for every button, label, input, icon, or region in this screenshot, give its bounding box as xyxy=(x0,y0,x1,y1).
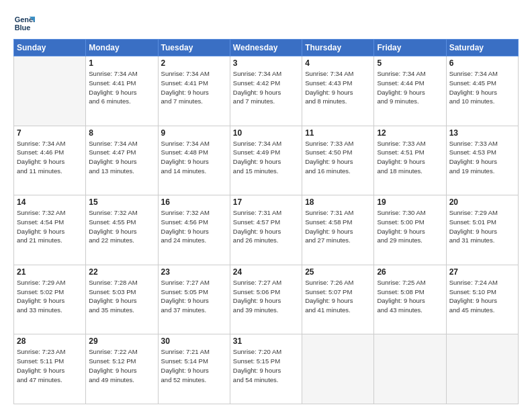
day-info: Sunrise: 7:30 AMSunset: 5:00 PMDaylight:… xyxy=(377,208,443,245)
calendar-cell: 3Sunrise: 7:34 AMSunset: 4:42 PMDaylight… xyxy=(230,56,302,126)
calendar-week-2: 7Sunrise: 7:34 AMSunset: 4:46 PMDaylight… xyxy=(14,126,519,195)
day-number: 1 xyxy=(89,58,154,68)
calendar-cell: 19Sunrise: 7:30 AMSunset: 5:00 PMDayligh… xyxy=(374,195,446,265)
day-info: Sunrise: 7:34 AMSunset: 4:47 PMDaylight:… xyxy=(89,139,154,176)
day-number: 24 xyxy=(233,267,299,277)
day-info: Sunrise: 7:27 AMSunset: 5:06 PMDaylight:… xyxy=(233,278,299,315)
day-header-wednesday: Wednesday xyxy=(230,40,302,56)
day-info: Sunrise: 7:32 AMSunset: 4:56 PMDaylight:… xyxy=(161,208,227,245)
calendar-week-3: 14Sunrise: 7:32 AMSunset: 4:54 PMDayligh… xyxy=(14,195,519,265)
day-info: Sunrise: 7:34 AMSunset: 4:48 PMDaylight:… xyxy=(161,139,227,176)
page: General Blue SundayMondayTuesdayWednesda… xyxy=(0,0,532,411)
calendar-cell: 11Sunrise: 7:33 AMSunset: 4:50 PMDayligh… xyxy=(302,126,374,195)
day-number: 29 xyxy=(89,336,154,346)
day-number: 10 xyxy=(233,128,299,138)
calendar-cell: 30Sunrise: 7:21 AMSunset: 5:14 PMDayligh… xyxy=(158,334,230,404)
calendar-cell xyxy=(446,334,518,404)
day-info: Sunrise: 7:32 AMSunset: 4:54 PMDaylight:… xyxy=(17,208,83,245)
calendar-cell: 23Sunrise: 7:27 AMSunset: 5:05 PMDayligh… xyxy=(158,265,230,334)
calendar-week-5: 28Sunrise: 7:23 AMSunset: 5:11 PMDayligh… xyxy=(14,334,519,404)
day-info: Sunrise: 7:24 AMSunset: 5:10 PMDaylight:… xyxy=(449,278,515,315)
calendar-cell: 15Sunrise: 7:32 AMSunset: 4:55 PMDayligh… xyxy=(86,195,158,265)
day-info: Sunrise: 7:31 AMSunset: 4:58 PMDaylight:… xyxy=(305,208,371,245)
day-info: Sunrise: 7:34 AMSunset: 4:44 PMDaylight:… xyxy=(377,69,443,106)
calendar-cell: 18Sunrise: 7:31 AMSunset: 4:58 PMDayligh… xyxy=(302,195,374,265)
calendar-week-4: 21Sunrise: 7:29 AMSunset: 5:02 PMDayligh… xyxy=(14,265,519,334)
calendar-week-1: 1Sunrise: 7:34 AMSunset: 4:41 PMDaylight… xyxy=(14,56,519,126)
day-info: Sunrise: 7:25 AMSunset: 5:08 PMDaylight:… xyxy=(377,278,443,315)
day-header-monday: Monday xyxy=(86,40,158,56)
calendar-cell: 12Sunrise: 7:33 AMSunset: 4:51 PMDayligh… xyxy=(374,126,446,195)
calendar-cell: 1Sunrise: 7:34 AMSunset: 4:41 PMDaylight… xyxy=(86,56,158,126)
calendar-cell: 14Sunrise: 7:32 AMSunset: 4:54 PMDayligh… xyxy=(14,195,86,265)
day-number: 16 xyxy=(161,197,227,207)
calendar-cell: 4Sunrise: 7:34 AMSunset: 4:43 PMDaylight… xyxy=(302,56,374,126)
day-number: 4 xyxy=(305,58,371,68)
calendar-cell: 29Sunrise: 7:22 AMSunset: 5:12 PMDayligh… xyxy=(86,334,158,404)
calendar-cell: 20Sunrise: 7:29 AMSunset: 5:01 PMDayligh… xyxy=(446,195,518,265)
day-info: Sunrise: 7:34 AMSunset: 4:42 PMDaylight:… xyxy=(233,69,299,106)
day-info: Sunrise: 7:34 AMSunset: 4:41 PMDaylight:… xyxy=(89,69,154,106)
day-info: Sunrise: 7:21 AMSunset: 5:14 PMDaylight:… xyxy=(161,347,227,384)
day-info: Sunrise: 7:29 AMSunset: 5:02 PMDaylight:… xyxy=(17,278,83,315)
calendar-header-row: SundayMondayTuesdayWednesdayThursdayFrid… xyxy=(14,40,519,56)
day-number: 14 xyxy=(17,197,83,207)
day-number: 28 xyxy=(17,336,83,346)
calendar-cell: 7Sunrise: 7:34 AMSunset: 4:46 PMDaylight… xyxy=(14,126,86,195)
day-number: 3 xyxy=(233,58,299,68)
calendar-cell: 5Sunrise: 7:34 AMSunset: 4:44 PMDaylight… xyxy=(374,56,446,126)
day-number: 23 xyxy=(161,267,227,277)
day-number: 13 xyxy=(449,128,515,138)
day-info: Sunrise: 7:34 AMSunset: 4:43 PMDaylight:… xyxy=(305,69,371,106)
day-number: 27 xyxy=(449,267,515,277)
day-info: Sunrise: 7:27 AMSunset: 5:05 PMDaylight:… xyxy=(161,278,227,315)
calendar-cell: 22Sunrise: 7:28 AMSunset: 5:03 PMDayligh… xyxy=(86,265,158,334)
day-number: 25 xyxy=(305,267,371,277)
day-header-friday: Friday xyxy=(374,40,446,56)
calendar-cell: 21Sunrise: 7:29 AMSunset: 5:02 PMDayligh… xyxy=(14,265,86,334)
day-number: 11 xyxy=(305,128,371,138)
calendar-cell xyxy=(302,334,374,404)
logo-icon: General Blue xyxy=(13,12,35,34)
logo: General Blue xyxy=(13,12,38,34)
calendar-cell: 9Sunrise: 7:34 AMSunset: 4:48 PMDaylight… xyxy=(158,126,230,195)
day-info: Sunrise: 7:29 AMSunset: 5:01 PMDaylight:… xyxy=(449,208,515,245)
day-number: 22 xyxy=(89,267,154,277)
day-info: Sunrise: 7:34 AMSunset: 4:45 PMDaylight:… xyxy=(449,69,515,106)
calendar-cell: 27Sunrise: 7:24 AMSunset: 5:10 PMDayligh… xyxy=(446,265,518,334)
day-number: 12 xyxy=(377,128,443,138)
day-info: Sunrise: 7:33 AMSunset: 4:51 PMDaylight:… xyxy=(377,139,443,176)
calendar-cell: 25Sunrise: 7:26 AMSunset: 5:07 PMDayligh… xyxy=(302,265,374,334)
day-header-saturday: Saturday xyxy=(446,40,518,56)
day-number: 30 xyxy=(161,336,227,346)
calendar-cell: 16Sunrise: 7:32 AMSunset: 4:56 PMDayligh… xyxy=(158,195,230,265)
day-info: Sunrise: 7:33 AMSunset: 4:50 PMDaylight:… xyxy=(305,139,371,176)
day-number: 20 xyxy=(449,197,515,207)
calendar-table: SundayMondayTuesdayWednesdayThursdayFrid… xyxy=(13,39,519,404)
calendar-cell: 17Sunrise: 7:31 AMSunset: 4:57 PMDayligh… xyxy=(230,195,302,265)
day-header-tuesday: Tuesday xyxy=(158,40,230,56)
day-number: 17 xyxy=(233,197,299,207)
day-info: Sunrise: 7:20 AMSunset: 5:15 PMDaylight:… xyxy=(233,347,299,384)
day-number: 6 xyxy=(449,58,515,68)
calendar-cell xyxy=(374,334,446,404)
day-info: Sunrise: 7:31 AMSunset: 4:57 PMDaylight:… xyxy=(233,208,299,245)
svg-text:Blue: Blue xyxy=(15,24,31,32)
day-number: 2 xyxy=(161,58,227,68)
calendar-cell: 26Sunrise: 7:25 AMSunset: 5:08 PMDayligh… xyxy=(374,265,446,334)
day-number: 19 xyxy=(377,197,443,207)
day-info: Sunrise: 7:26 AMSunset: 5:07 PMDaylight:… xyxy=(305,278,371,315)
calendar-cell: 10Sunrise: 7:34 AMSunset: 4:49 PMDayligh… xyxy=(230,126,302,195)
day-number: 26 xyxy=(377,267,443,277)
calendar-cell: 28Sunrise: 7:23 AMSunset: 5:11 PMDayligh… xyxy=(14,334,86,404)
calendar-cell xyxy=(14,56,86,126)
day-header-thursday: Thursday xyxy=(302,40,374,56)
calendar-cell: 13Sunrise: 7:33 AMSunset: 4:53 PMDayligh… xyxy=(446,126,518,195)
day-number: 5 xyxy=(377,58,443,68)
calendar-cell: 6Sunrise: 7:34 AMSunset: 4:45 PMDaylight… xyxy=(446,56,518,126)
day-number: 7 xyxy=(17,128,83,138)
calendar-cell: 24Sunrise: 7:27 AMSunset: 5:06 PMDayligh… xyxy=(230,265,302,334)
day-info: Sunrise: 7:32 AMSunset: 4:55 PMDaylight:… xyxy=(89,208,154,245)
header: General Blue xyxy=(13,12,519,34)
day-number: 18 xyxy=(305,197,371,207)
